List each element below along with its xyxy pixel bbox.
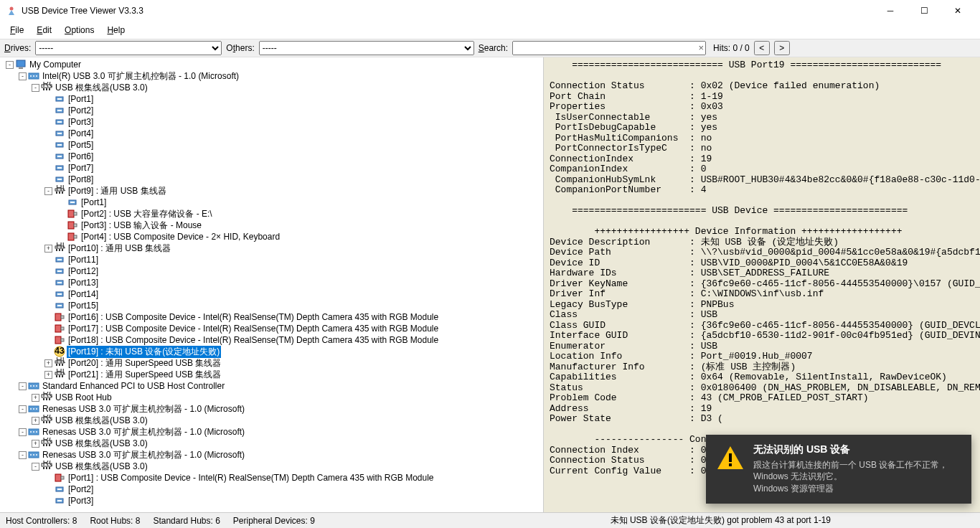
status-host-controllers: Host Controllers: 8 xyxy=(6,516,77,526)
hub-icon xyxy=(54,185,65,197)
expander-icon[interactable]: - xyxy=(32,463,39,471)
tree-node[interactable]: [Port3] : USB 输入设备 - Mouse xyxy=(0,220,543,231)
titlebar: USB Device Tree Viewer V3.3.3 ─ ☐ ✕ xyxy=(0,0,980,22)
port-icon xyxy=(54,105,65,116)
menu-options[interactable]: Options xyxy=(59,24,100,37)
clear-search-icon[interactable]: × xyxy=(699,42,705,53)
port-icon xyxy=(54,265,65,277)
port-icon xyxy=(67,197,78,208)
hub-icon xyxy=(54,369,65,380)
tree-node[interactable]: +[Port10] : 通用 USB 集线器 xyxy=(0,242,543,254)
tree-node[interactable]: -Standard Enhanced PCI to USB Host Contr… xyxy=(0,380,543,392)
expander-icon[interactable]: - xyxy=(19,405,27,413)
menu-help[interactable]: Help xyxy=(101,24,131,37)
tree-node[interactable]: +USB 根集线器(USB 3.0) xyxy=(0,438,543,449)
expander-icon[interactable]: - xyxy=(19,428,27,436)
tree-node[interactable]: [Port2] : USB 大容量存储设备 - E:\ xyxy=(0,208,543,220)
tree-node[interactable]: [Port2] xyxy=(0,484,543,495)
tree-node[interactable]: [Port4] : USB Composite Device - 2× HID,… xyxy=(0,231,543,242)
hub-icon xyxy=(54,242,65,254)
tree-node[interactable]: [Port3] xyxy=(0,495,543,506)
expander-icon[interactable]: + xyxy=(32,417,39,425)
tree-node[interactable]: [Port1] xyxy=(0,197,543,208)
expander-icon[interactable]: - xyxy=(19,72,27,80)
tree-node[interactable]: [Port8] xyxy=(0,174,543,185)
minimize-button[interactable]: ─ xyxy=(874,0,907,22)
dev-icon xyxy=(67,220,78,231)
tree-node[interactable]: [Port12] xyxy=(0,265,543,277)
node-label: [Port19] : 未知 USB 设备(设定地址失败) xyxy=(67,346,221,358)
node-label: [Port13] xyxy=(67,278,100,288)
tree-node[interactable]: -Intel(R) USB 3.0 可扩展主机控制器 - 1.0 (Micros… xyxy=(0,70,543,82)
tree-node[interactable]: +USB 根集线器(USB 3.0) xyxy=(0,415,543,426)
next-hit-button[interactable]: > xyxy=(774,41,790,55)
app-icon xyxy=(6,5,17,16)
tree-node[interactable]: [Port7] xyxy=(0,162,543,174)
tree-node[interactable]: [Port2] xyxy=(0,105,543,116)
tree-node[interactable]: [Port4] xyxy=(0,128,543,139)
node-label: [Port17] : USB Composite Device - Intel(… xyxy=(67,324,440,334)
hc-icon xyxy=(28,449,39,461)
status-message: 未知 USB 设备(设定地址失败) got problem 43 at port… xyxy=(611,514,831,527)
expander-icon[interactable]: - xyxy=(6,61,14,69)
notification-toast[interactable]: 无法识别的 USB 设备 跟这台计算机连接的前一个 USB 设备工作不正常，Wi… xyxy=(706,435,971,504)
tree-node[interactable]: [Port5] xyxy=(0,139,543,151)
hc-icon xyxy=(28,403,39,415)
tree-node[interactable]: -[Port9] : 通用 USB 集线器 xyxy=(0,185,543,197)
node-label: [Port18] : USB Composite Device - Intel(… xyxy=(67,335,440,345)
tree-node[interactable]: [Port11] xyxy=(0,254,543,265)
node-label: [Port12] xyxy=(67,266,100,276)
tree-node[interactable]: +[Port21] : 通用 SuperSpeed USB 集线器 xyxy=(0,369,543,380)
drives-select[interactable]: ----- xyxy=(35,41,222,55)
expander-icon[interactable]: - xyxy=(19,382,27,390)
tree-node[interactable]: [Port1] : USB Composite Device - Intel(R… xyxy=(0,472,543,484)
expander-icon[interactable]: + xyxy=(44,245,52,253)
tree-node[interactable]: [Port13] xyxy=(0,277,543,288)
expander-icon[interactable]: - xyxy=(19,451,27,459)
expander-icon[interactable]: + xyxy=(32,440,39,448)
node-label: USB 根集线器(USB 3.0) xyxy=(54,415,149,427)
node-label: [Port3] xyxy=(67,117,95,127)
tree-node[interactable]: [Port3] xyxy=(0,116,543,128)
roothub-icon xyxy=(41,461,52,472)
tree-node[interactable]: [Port1] xyxy=(0,93,543,105)
tree-node[interactable]: [Port6] xyxy=(0,151,543,162)
node-label: Renesas USB 3.0 可扩展主机控制器 - 1.0 (Microsof… xyxy=(41,449,246,461)
expander-icon[interactable]: - xyxy=(32,84,39,92)
others-select[interactable]: ----- xyxy=(259,41,474,55)
tree-node[interactable]: +USB Root Hub xyxy=(0,392,543,403)
tree-node[interactable]: -USB 根集线器(USB 3.0) xyxy=(0,461,543,472)
tree-node[interactable]: -Renesas USB 3.0 可扩展主机控制器 - 1.0 (Microso… xyxy=(0,403,543,415)
search-input[interactable] xyxy=(512,41,706,55)
maximize-button[interactable]: ☐ xyxy=(908,0,941,22)
tree-node[interactable]: -USB 根集线器(USB 3.0) xyxy=(0,82,543,93)
tree-node[interactable]: -My Computer xyxy=(0,59,543,70)
expander-icon[interactable]: + xyxy=(44,359,52,367)
tree-node[interactable]: [Port14] xyxy=(0,288,543,300)
expander-icon[interactable]: + xyxy=(32,394,39,402)
node-label: Standard Enhanced PCI to USB Host Contro… xyxy=(41,381,226,391)
node-label: [Port1] xyxy=(80,197,108,207)
tree-node[interactable]: [Port19] : 未知 USB 设备(设定地址失败) xyxy=(0,346,543,357)
menu-edit[interactable]: Edit xyxy=(31,24,57,37)
tree-node[interactable]: -Renesas USB 3.0 可扩展主机控制器 - 1.0 (Microso… xyxy=(0,426,543,438)
prev-hit-button[interactable]: < xyxy=(754,41,770,55)
toast-body: 跟这台计算机连接的前一个 USB 设备工作不正常，Windows 无法识别它。 … xyxy=(753,459,961,495)
tree-node[interactable]: [Port18] : USB Composite Device - Intel(… xyxy=(0,334,543,346)
menu-file[interactable]: File xyxy=(4,24,29,37)
dev-icon xyxy=(54,472,65,484)
node-label: [Port1] : USB Composite Device - Intel(R… xyxy=(67,473,435,483)
tree-node[interactable]: +[Port20] : 通用 SuperSpeed USB 集线器 xyxy=(0,357,543,369)
device-tree[interactable]: -My Computer-Intel(R) USB 3.0 可扩展主机控制器 -… xyxy=(0,57,544,512)
dev-icon xyxy=(67,231,78,242)
tree-node[interactable]: [Port17] : USB Composite Device - Intel(… xyxy=(0,323,543,334)
port-icon xyxy=(54,300,65,311)
warn-icon xyxy=(54,346,65,357)
hc-icon xyxy=(28,426,39,438)
close-button[interactable]: ✕ xyxy=(941,0,974,22)
tree-node[interactable]: -Renesas USB 3.0 可扩展主机控制器 - 1.0 (Microso… xyxy=(0,449,543,461)
tree-node[interactable]: [Port15] xyxy=(0,300,543,311)
expander-icon[interactable]: + xyxy=(44,371,52,379)
expander-icon[interactable]: - xyxy=(44,187,52,195)
tree-node[interactable]: [Port16] : USB Composite Device - Intel(… xyxy=(0,311,543,323)
